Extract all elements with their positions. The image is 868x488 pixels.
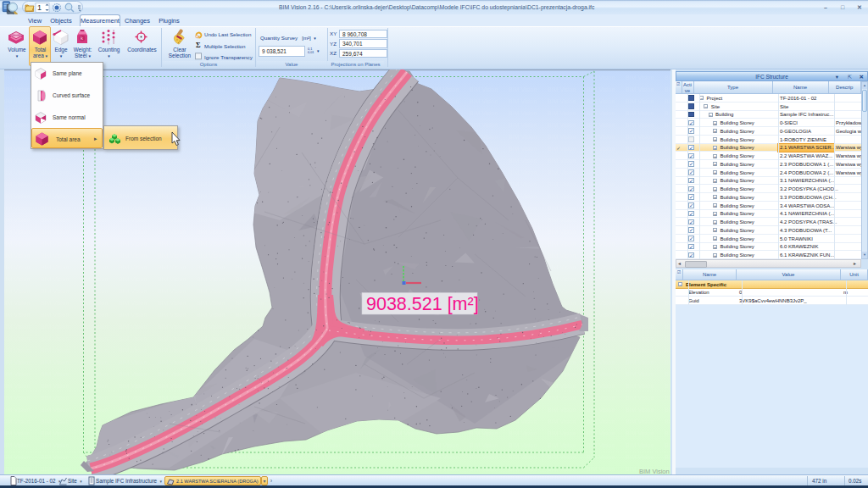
svg-text:1: 1 [37, 3, 42, 12]
svg-text:Σ: Σ [196, 41, 201, 49]
svg-text:9038.521 [m²]: 9038.521 [m²] [366, 294, 479, 314]
svg-text:BIM Vision: BIM Vision [639, 468, 670, 474]
